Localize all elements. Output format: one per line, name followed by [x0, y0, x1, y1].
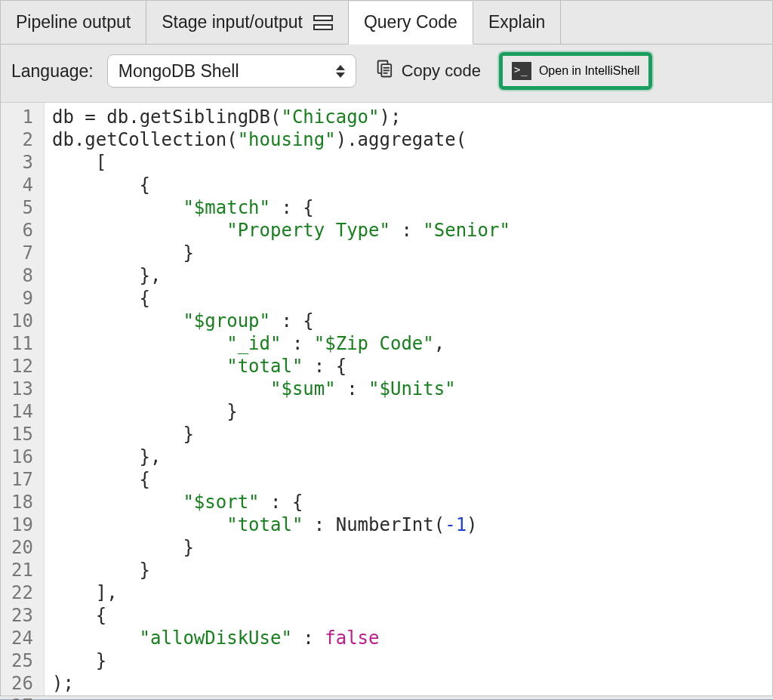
code-editor[interactable]: 1234567891011121314151617181920212223242…	[1, 102, 772, 695]
tab-label: Explain	[488, 12, 545, 32]
tab-label: Query Code	[364, 12, 457, 32]
copy-code-button[interactable]: Copy code	[370, 55, 485, 87]
code-content: db = db.getSiblingDB("Chicago"); db.getC…	[45, 103, 518, 695]
toolbar: Language: MongoDB Shell Copy code Open i…	[1, 45, 772, 102]
tab-label: Pipeline output	[16, 12, 131, 32]
tab-stage-io[interactable]: Stage input/output	[146, 1, 349, 44]
copy-label: Copy code	[402, 61, 481, 81]
tab-explain[interactable]: Explain	[473, 1, 561, 44]
language-select[interactable]: MongoDB Shell	[107, 54, 356, 88]
tab-label: Stage input/output	[162, 12, 303, 32]
tab-query-code[interactable]: Query Code	[349, 2, 473, 45]
copy-icon	[374, 58, 396, 84]
tab-bar: Pipeline output Stage input/output Query…	[1, 1, 772, 45]
layout-icon	[313, 15, 333, 30]
open-label: Open in IntelliShell	[539, 64, 639, 78]
language-label: Language:	[11, 61, 94, 82]
open-intellishell-button[interactable]: Open in IntelliShell	[499, 52, 652, 90]
chevron-updown-icon	[336, 65, 345, 78]
tab-pipeline-output[interactable]: Pipeline output	[1, 1, 146, 44]
terminal-icon	[512, 62, 531, 80]
language-value: MongoDB Shell	[119, 61, 239, 82]
app-window: Pipeline output Stage input/output Query…	[0, 0, 773, 696]
line-gutter: 1234567891011121314151617181920212223242…	[1, 103, 45, 695]
